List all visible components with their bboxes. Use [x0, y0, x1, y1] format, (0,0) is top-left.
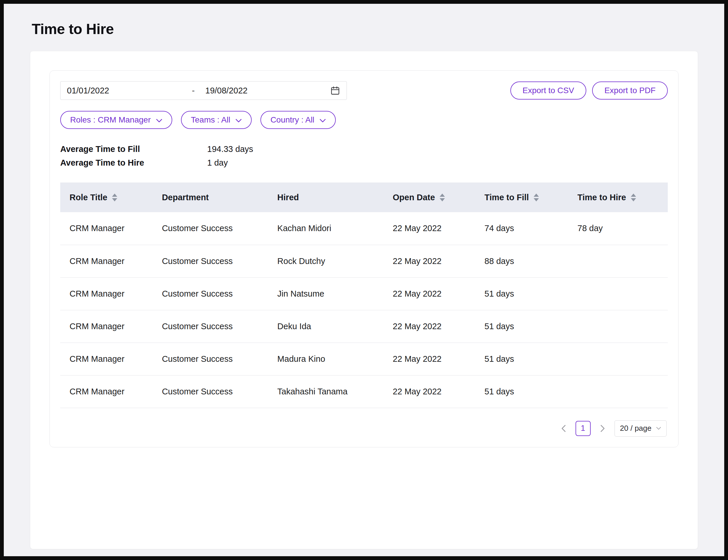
cell-department: Customer Success — [153, 212, 268, 245]
cell-department: Customer Success — [153, 375, 268, 408]
column-label: Department — [162, 193, 209, 202]
chevron-down-icon — [236, 119, 242, 123]
page-size-select[interactable]: 20 / page — [614, 420, 667, 437]
caret-up-icon — [534, 194, 539, 197]
cell-department: Customer Success — [153, 343, 268, 375]
avg-time-to-fill-value: 194.33 days — [207, 142, 253, 156]
table-row: CRM Manager Customer Success Madura Kino… — [60, 343, 668, 375]
caret-up-icon — [440, 194, 445, 197]
chevron-down-icon — [656, 427, 661, 430]
cell-time-to-fill: 88 days — [475, 245, 568, 277]
chevron-right-icon — [600, 425, 605, 432]
country-filter[interactable]: Country : All — [261, 111, 336, 129]
cell-time-to-hire — [568, 343, 668, 375]
cell-time-to-fill: 51 days — [475, 375, 568, 408]
chevron-down-icon — [320, 119, 326, 123]
cell-open-date: 22 May 2022 — [383, 212, 475, 245]
date-from-value[interactable]: 01/01/2022 — [67, 86, 192, 95]
cell-hired: Rock Dutchy — [268, 245, 383, 277]
cell-role-title: CRM Manager — [60, 343, 153, 375]
date-range-input[interactable]: 01/01/2022 - 19/08/2022 — [60, 81, 347, 100]
table-row: CRM Manager Customer Success Deku Ida 22… — [60, 310, 668, 343]
caret-down-icon — [112, 198, 117, 201]
export-pdf-button[interactable]: Export to PDF — [592, 81, 668, 100]
caret-up-icon — [631, 194, 636, 197]
cell-open-date: 22 May 2022 — [383, 343, 475, 375]
next-page-button[interactable] — [598, 421, 607, 436]
cell-role-title: CRM Manager — [60, 375, 153, 408]
roles-filter[interactable]: Roles : CRM Manager — [60, 111, 172, 129]
cell-time-to-hire — [568, 277, 668, 310]
cell-role-title: CRM Manager — [60, 245, 153, 277]
column-label: Open Date — [393, 193, 435, 202]
page-frame: Time to Hire 01/01/2022 - 19/08/2022 — [0, 0, 728, 560]
cell-hired: Kachan Midori — [268, 212, 383, 245]
cell-role-title: CRM Manager — [60, 212, 153, 245]
caret-down-icon — [440, 198, 445, 201]
date-separator: - — [192, 86, 206, 95]
sort-icon — [534, 194, 539, 201]
column-label: Hired — [277, 193, 299, 202]
cell-hired: Takahashi Tanama — [268, 375, 383, 408]
table-row: CRM Manager Customer Success Kachan Mido… — [60, 212, 668, 245]
cell-role-title: CRM Manager — [60, 277, 153, 310]
avg-time-to-hire-row: Average Time to Hire 1 day — [60, 156, 668, 170]
column-header-time-to-fill[interactable]: Time to Fill — [475, 182, 568, 212]
cell-time-to-fill: 51 days — [475, 310, 568, 343]
chevron-left-icon — [561, 425, 566, 432]
column-label: Time to Fill — [484, 193, 529, 202]
avg-time-to-hire-label: Average Time to Hire — [60, 156, 207, 170]
cell-time-to-hire — [568, 245, 668, 277]
cell-open-date: 22 May 2022 — [383, 245, 475, 277]
cell-role-title: CRM Manager — [60, 310, 153, 343]
column-header-hired: Hired — [268, 182, 383, 212]
time-to-hire-table: Role Title Department Hired Ope — [60, 182, 668, 408]
prev-page-button[interactable] — [559, 421, 568, 436]
cell-hired: Deku Ida — [268, 310, 383, 343]
cell-time-to-fill: 74 days — [475, 212, 568, 245]
sort-icon — [112, 194, 117, 201]
caret-up-icon — [112, 194, 117, 197]
caret-down-icon — [631, 198, 636, 201]
column-label: Role Title — [70, 193, 107, 202]
roles-filter-label: Roles : CRM Manager — [70, 115, 151, 125]
column-header-open-date[interactable]: Open Date — [383, 182, 475, 212]
page-1-button[interactable]: 1 — [575, 421, 591, 436]
report-panel: 01/01/2022 - 19/08/2022 Export to CSV — [49, 70, 679, 447]
sort-icon — [440, 194, 445, 201]
page-size-value: 20 / page — [620, 424, 651, 433]
table-row: CRM Manager Customer Success Jin Natsume… — [60, 277, 668, 310]
toolbar: 01/01/2022 - 19/08/2022 Export to CSV — [60, 81, 668, 100]
cell-time-to-hire: 78 day — [568, 212, 668, 245]
cell-hired: Madura Kino — [268, 343, 383, 375]
teams-filter[interactable]: Teams : All — [181, 111, 252, 129]
table-row: CRM Manager Customer Success Rock Dutchy… — [60, 245, 668, 277]
teams-filter-label: Teams : All — [191, 115, 230, 125]
country-filter-label: Country : All — [270, 115, 314, 125]
avg-time-to-hire-value: 1 day — [207, 156, 228, 170]
column-header-role-title[interactable]: Role Title — [60, 182, 153, 212]
chevron-down-icon — [156, 119, 162, 123]
pagination: 1 20 / page — [60, 420, 668, 437]
table-header: Role Title Department Hired Ope — [60, 182, 668, 212]
cell-time-to-fill: 51 days — [475, 277, 568, 310]
avg-time-to-fill-row: Average Time to Fill 194.33 days — [60, 142, 668, 156]
column-label: Time to Hire — [578, 193, 626, 202]
export-actions: Export to CSV Export to PDF — [510, 81, 668, 100]
table-body: CRM Manager Customer Success Kachan Mido… — [60, 212, 668, 408]
calendar-icon[interactable] — [330, 86, 340, 95]
date-to-value[interactable]: 19/08/2022 — [206, 86, 331, 95]
column-header-time-to-hire[interactable]: Time to Hire — [568, 182, 668, 212]
report-card: 01/01/2022 - 19/08/2022 Export to CSV — [30, 51, 698, 549]
cell-time-to-hire — [568, 375, 668, 408]
page-title: Time to Hire — [32, 21, 724, 38]
sort-icon — [631, 194, 636, 201]
cell-department: Customer Success — [153, 277, 268, 310]
filter-bar: Roles : CRM Manager Teams : All Country … — [60, 111, 668, 129]
caret-down-icon — [534, 198, 539, 201]
cell-department: Customer Success — [153, 245, 268, 277]
cell-open-date: 22 May 2022 — [383, 310, 475, 343]
cell-open-date: 22 May 2022 — [383, 375, 475, 408]
export-csv-button[interactable]: Export to CSV — [510, 81, 586, 100]
avg-time-to-fill-label: Average Time to Fill — [60, 142, 207, 156]
